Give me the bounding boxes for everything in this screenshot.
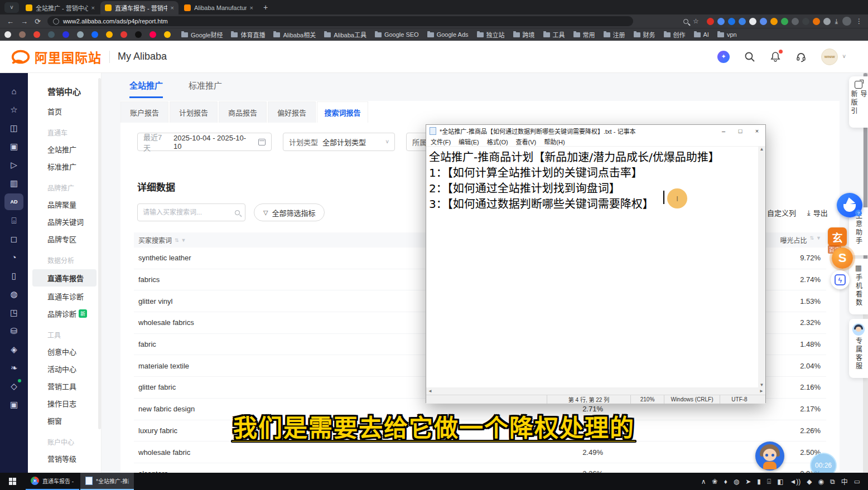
scroll-up-arrow[interactable]: ▲: [760, 147, 764, 152]
promotion-tab[interactable]: 标准推广: [189, 79, 222, 98]
tray-icon[interactable]: ⧉: [830, 478, 835, 486]
home-icon[interactable]: ⌂: [4, 82, 23, 100]
date-range-picker[interactable]: 最近7天 2025-10-04 - 2025-10-10: [137, 133, 272, 151]
table-row[interactable]: wholesale fabric 2.49% 2.50%: [134, 442, 826, 463]
alibaba-logo-icon[interactable]: [10, 48, 31, 65]
tab-close-icon[interactable]: ×: [91, 4, 95, 11]
tray-icon[interactable]: ❀: [712, 478, 718, 486]
bookmark-star-icon[interactable]: ☆: [693, 17, 699, 25]
bookmark-folder[interactable]: 工具: [543, 30, 565, 39]
report-tab[interactable]: 计划报告: [170, 101, 218, 123]
bookmark-folder[interactable]: vpn: [717, 30, 737, 39]
bag-icon[interactable]: ◳: [4, 303, 23, 322]
bookmark-folder[interactable]: Alibaba相关: [273, 30, 316, 39]
bookmark-favicon[interactable]: [91, 31, 98, 38]
sidebar-item[interactable]: 活动中心: [28, 360, 101, 377]
minimize-button[interactable]: –: [715, 125, 732, 137]
sprout-icon[interactable]: ❧: [4, 358, 23, 377]
close-button[interactable]: ×: [749, 125, 765, 137]
bookmark-favicon[interactable]: [33, 31, 40, 38]
bell-icon[interactable]: [770, 51, 781, 62]
notepad-editor[interactable]: 全站推广-推商品计划【新品加速/潜力品成长/优爆品助推】1：【如何计算全站推计划…: [426, 147, 765, 387]
notepad-window[interactable]: *全站推广-推商品【如何通过数据判断哪些关键词需要降权】.txt - 记事本 –…: [426, 124, 766, 403]
bookmark-favicon[interactable]: [164, 31, 171, 38]
bookmark-folder[interactable]: 跨境: [513, 30, 535, 39]
sidebar-item[interactable]: 品牌诊断新: [28, 305, 101, 322]
filter-icon[interactable]: ▼: [181, 237, 186, 243]
sidebar-item[interactable]: 全站推广: [28, 140, 101, 158]
scroll-right-arrow[interactable]: ►: [759, 389, 764, 394]
tray-icon[interactable]: ◧: [777, 478, 783, 486]
extension-icon[interactable]: [770, 18, 778, 25]
mobile-data-widget[interactable]: ▦ 手机看数: [849, 259, 868, 314]
ad-report-icon[interactable]: AD: [4, 193, 23, 210]
sidebar-item[interactable]: 营销工具: [28, 377, 101, 395]
bar-chart-icon[interactable]: ▥: [4, 174, 23, 192]
extension-icon[interactable]: [792, 18, 799, 25]
bookmark-folder[interactable]: 财务: [634, 30, 655, 39]
extension-icon[interactable]: [802, 18, 809, 25]
tray-icon[interactable]: ▭: [854, 478, 860, 486]
headset-icon[interactable]: [795, 51, 807, 62]
site-info-icon[interactable]: [53, 18, 59, 25]
diamond-icon[interactable]: ◇: [4, 377, 23, 395]
search-icon[interactable]: [744, 51, 755, 62]
extension-icon[interactable]: [728, 18, 735, 25]
tray-icon[interactable]: ♦: [724, 478, 727, 486]
search-input[interactable]: [143, 208, 232, 216]
customer-service-widget[interactable]: 专属客服: [849, 319, 868, 378]
bookmark-favicon[interactable]: [120, 31, 127, 38]
sidebar-item[interactable]: 品牌关键词: [28, 213, 101, 230]
tray-icon[interactable]: ➤: [745, 478, 751, 486]
new-version-guide-widget[interactable]: 新版引导: [849, 76, 868, 128]
tab-search-button[interactable]: ˅: [4, 2, 19, 13]
bookmark-folder[interactable]: Alibaba工具: [324, 30, 367, 39]
back-icon[interactable]: ←: [7, 17, 14, 26]
bookmark-folder[interactable]: AI: [694, 30, 709, 39]
bookmark-folder[interactable]: Google SEO: [375, 30, 419, 39]
sidebar-scrollbar[interactable]: [98, 78, 101, 429]
user-avatar[interactable]: WINIW: [821, 48, 838, 65]
scroll-left-arrow[interactable]: ◄: [428, 389, 432, 394]
sidebar-item[interactable]: 品牌聚量: [28, 196, 101, 213]
tab-close-icon[interactable]: ×: [171, 4, 174, 11]
logo-text[interactable]: 阿里国际站: [35, 47, 102, 66]
download-icon[interactable]: ⤓: [835, 17, 838, 25]
search-term-inputbox[interactable]: [137, 203, 245, 221]
globe-icon[interactable]: ◍: [4, 285, 23, 303]
menu-item[interactable]: 文件(F): [431, 137, 451, 146]
filter-metrics-button[interactable]: ▽ 全部筛选指标: [254, 203, 325, 221]
bookmark-folder[interactable]: Google财经: [181, 30, 223, 39]
bookmark-folder[interactable]: 常用: [573, 30, 595, 39]
sidebar-item[interactable]: 创意中心: [28, 343, 101, 360]
menu-item[interactable]: 查看(V): [516, 137, 537, 146]
bookmark-favicon[interactable]: [77, 31, 84, 38]
notepad-title-bar[interactable]: *全站推广-推商品【如何通过数据判断哪些关键词需要降权】.txt - 记事本 –…: [426, 125, 765, 137]
report-tab[interactable]: 账户报告: [120, 101, 168, 123]
export-button[interactable]: ⤓ 导出: [807, 207, 828, 218]
extension-icon[interactable]: [760, 18, 767, 25]
new-tab-button[interactable]: +: [263, 3, 268, 12]
address-bar[interactable]: www2.alibaba.com/ads/p4p/report.htm: [47, 16, 633, 26]
tray-icon[interactable]: ◄)): [789, 478, 801, 486]
menu-item[interactable]: 编辑(E): [459, 137, 479, 146]
sort-icon[interactable]: ⇅: [810, 235, 814, 245]
star-icon[interactable]: ☆: [4, 100, 23, 119]
column-header-term[interactable]: 买家搜索词: [138, 235, 172, 245]
sidebar-item[interactable]: 品牌专区: [28, 230, 101, 248]
sort-icon[interactable]: ⇅: [175, 237, 179, 243]
extension-icon[interactable]: [781, 18, 788, 25]
profile-avatar[interactable]: [842, 17, 851, 26]
video-icon[interactable]: ▷: [4, 156, 23, 174]
bookmark-folder[interactable]: Google Ads: [427, 30, 469, 39]
tab-close-icon[interactable]: ×: [250, 4, 253, 11]
sidebar-item[interactable]: 首页: [28, 103, 101, 120]
bookmark-favicon[interactable]: [62, 31, 69, 38]
plan-type-select[interactable]: 计划类型 全部计划类型 ˅: [283, 133, 395, 151]
coin-icon[interactable]: ✦: [717, 51, 730, 63]
search-tabs-icon[interactable]: [683, 19, 688, 24]
forward-icon[interactable]: →: [21, 17, 28, 26]
tray-icon[interactable]: ▮: [757, 478, 761, 486]
bookmark-favicon[interactable]: [150, 31, 156, 38]
clipboard-icon[interactable]: ▯: [4, 266, 23, 285]
